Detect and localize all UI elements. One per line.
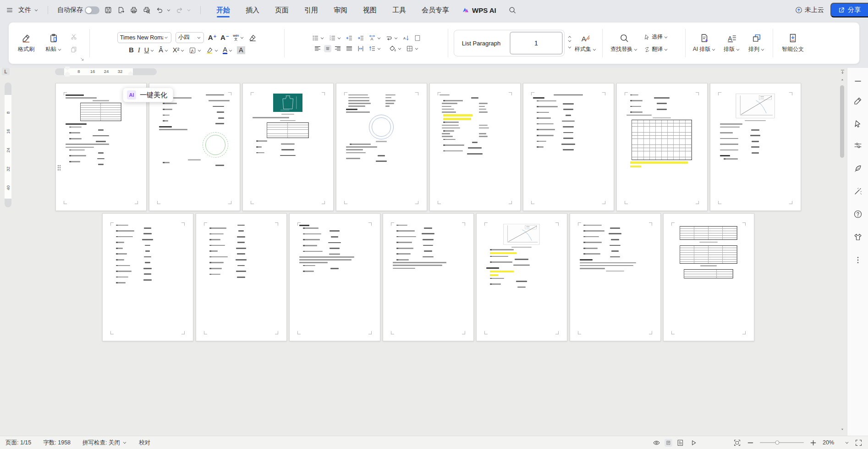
ribbon-tab[interactable]: 审阅: [333, 1, 348, 19]
find-replace-button[interactable]: 查找替换: [606, 25, 642, 61]
ribbon-tab[interactable]: 引用: [303, 1, 319, 19]
character-border-button[interactable]: A: [189, 47, 202, 54]
dialog-launcher-icon[interactable]: [79, 56, 85, 62]
collapse-view-icon[interactable]: [840, 69, 846, 75]
share-button[interactable]: 分享: [830, 3, 868, 17]
zoom-slider-thumb[interactable]: [775, 441, 780, 445]
tab-selector[interactable]: L: [2, 68, 10, 75]
smart-doc-button[interactable]: 智能公文: [777, 25, 809, 61]
style-set-button[interactable]: A 样式集: [573, 25, 599, 61]
print-icon[interactable]: [130, 6, 138, 14]
search-icon[interactable]: [508, 6, 516, 14]
page-view-icon[interactable]: [665, 439, 672, 447]
save-icon[interactable]: [104, 6, 112, 14]
sidebar-dots-icon[interactable]: [853, 255, 863, 265]
paste-button[interactable]: 粘贴: [41, 33, 66, 53]
text-direction-button[interactable]: A: [368, 34, 381, 42]
spellcheck-status[interactable]: 拼写检查: 关闭: [82, 439, 127, 447]
page-thumbnail[interactable]: [663, 213, 754, 341]
sidebar-shirt-icon[interactable]: [853, 233, 863, 242]
bold-button[interactable]: B: [129, 47, 133, 54]
align-center-icon[interactable]: [324, 45, 331, 52]
page-thumbnail[interactable]: [570, 213, 661, 341]
horizontal-ruler[interactable]: 8162432: [55, 68, 157, 75]
arrange-button[interactable]: 排列: [744, 25, 769, 61]
zoom-slider[interactable]: [760, 442, 804, 443]
styles-more-icon[interactable]: [568, 42, 571, 50]
word-count[interactable]: 字数: 1958: [43, 439, 71, 447]
main-menu-icon[interactable]: [5, 6, 14, 14]
sidebar-cursor-icon[interactable]: [853, 119, 863, 128]
ribbon-tab[interactable]: 视图: [362, 1, 378, 19]
ribbon-tab[interactable]: 页面: [274, 1, 290, 19]
decrease-font-size-button[interactable]: A−: [220, 34, 229, 41]
style-item-current[interactable]: List Paragraph: [454, 30, 508, 56]
sidebar-sliders-icon[interactable]: [853, 141, 863, 150]
justify-icon[interactable]: [346, 45, 353, 52]
select-button[interactable]: 选择: [644, 33, 680, 41]
font-size-select[interactable]: 小四: [176, 32, 204, 43]
proofread-button[interactable]: 校对: [139, 439, 150, 447]
increase-indent-icon[interactable]: [357, 34, 364, 42]
page-thumbnail[interactable]: [289, 213, 380, 341]
text-effect-button[interactable]: Â: [159, 47, 169, 54]
page-thumbnail[interactable]: [476, 213, 567, 341]
font-name-select[interactable]: Times New Roman: [117, 32, 171, 43]
shading-button[interactable]: [389, 45, 402, 52]
fullscreen-icon[interactable]: [855, 439, 863, 447]
zoom-menu-icon[interactable]: [846, 441, 849, 444]
increase-font-size-button[interactable]: A+: [208, 34, 216, 41]
italic-button[interactable]: I: [138, 47, 140, 54]
page-thumbnail[interactable]: [196, 213, 287, 341]
scroll-down-icon[interactable]: [840, 427, 845, 431]
cloud-upload-status[interactable]: 未上云: [795, 6, 824, 14]
sidebar-pen-icon[interactable]: [853, 96, 863, 105]
wps-ai-button[interactable]: WPS AI: [462, 6, 496, 14]
align-left-icon[interactable]: [314, 45, 321, 52]
print-preview-icon[interactable]: [143, 6, 151, 14]
page-border-icon[interactable]: [414, 34, 421, 42]
drag-handle-dots[interactable]: [57, 165, 61, 171]
outline-view-icon[interactable]: [676, 439, 684, 447]
superscript-button[interactable]: X²: [173, 47, 185, 54]
line-spacing-button[interactable]: [368, 45, 381, 52]
sort-icon[interactable]: A: [402, 34, 410, 42]
decrease-indent-icon[interactable]: [346, 34, 353, 42]
font-color-button[interactable]: A: [223, 46, 233, 55]
vertical-scrollbar[interactable]: [840, 85, 844, 158]
scroll-up-icon[interactable]: [840, 78, 845, 82]
highlight-color-button[interactable]: [206, 47, 219, 54]
style-item-next[interactable]: 1: [510, 32, 563, 55]
wrap-marks-button[interactable]: [385, 34, 398, 42]
sidebar-leaf-icon[interactable]: [853, 164, 863, 173]
ribbon-tab[interactable]: 插入: [245, 1, 260, 19]
left-indent-marker[interactable]: [65, 75, 70, 77]
format-painter-button[interactable]: 格式刷: [13, 33, 39, 53]
page-thumbnail[interactable]: [429, 83, 521, 211]
autosave-control[interactable]: 自动保存: [57, 6, 99, 14]
page-thumbnail[interactable]: [710, 83, 801, 211]
page-thumbnail[interactable]: [102, 213, 193, 341]
sidebar-minus-icon[interactable]: [853, 77, 863, 86]
zoom-out-icon[interactable]: [747, 439, 754, 447]
typeset-button[interactable]: A 排版: [720, 25, 744, 61]
page-thumbnail[interactable]: [383, 213, 474, 341]
fit-page-icon[interactable]: [733, 439, 741, 447]
play-presentation-icon[interactable]: [690, 439, 698, 447]
zoom-level[interactable]: 20%: [823, 439, 838, 446]
distribute-text-icon[interactable]: [357, 45, 364, 52]
copy-icon[interactable]: [70, 46, 77, 53]
zoom-in-icon[interactable]: [809, 439, 817, 447]
ribbon-tab[interactable]: 会员专享: [421, 1, 450, 19]
align-right-icon[interactable]: [334, 45, 341, 52]
export-icon[interactable]: [117, 6, 125, 14]
document-area[interactable]: AI 一键美化: [0, 68, 847, 436]
page-thumbnail[interactable]: [336, 83, 427, 211]
translate-button[interactable]: A 翻译: [644, 45, 680, 53]
cut-icon[interactable]: [70, 33, 77, 40]
page-thumbnail[interactable]: [242, 83, 334, 211]
bullet-list-button[interactable]: [312, 34, 324, 42]
redo-button[interactable]: [176, 6, 191, 14]
clear-formatting-icon[interactable]: [248, 33, 257, 42]
ai-typeset-button[interactable]: AI 排版: [689, 25, 720, 61]
